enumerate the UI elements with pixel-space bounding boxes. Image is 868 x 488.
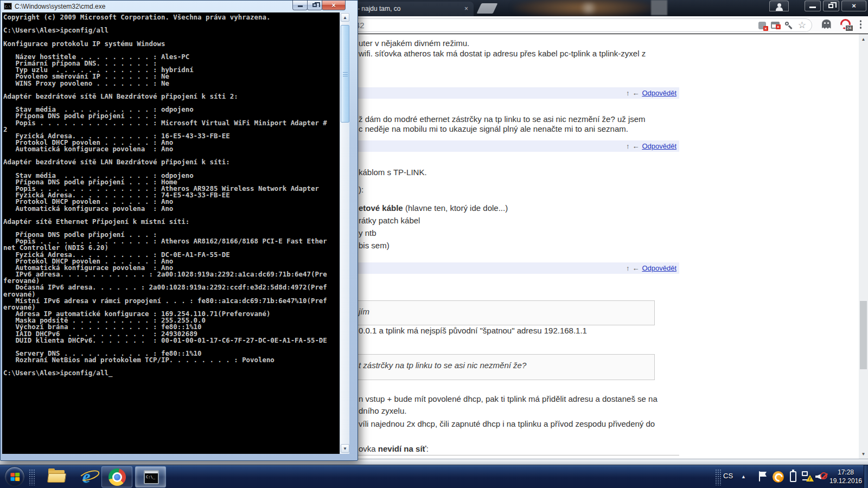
chrome-theme-decoration [578, 2, 599, 14]
tab-title: - najdu tam, co [358, 5, 400, 12]
cmd-taskbar-button[interactable]: C:\_ [135, 466, 166, 487]
chrome-window: - najdu tam, co × × 42 × × ☆ [350, 0, 868, 459]
cmd-icon: C:\_ [144, 470, 159, 484]
chrome-theme-decoration [651, 0, 667, 15]
reply-link[interactable]: Odpovědět [642, 264, 676, 272]
forum-text: rátky patch kábel [359, 216, 420, 225]
back-arrow-icon[interactable]: ← [632, 142, 639, 150]
forum-text: dního zyxelu. [359, 406, 406, 415]
scroll-down-icon[interactable]: ▼ [341, 444, 349, 453]
orange-app-tray-icon[interactable] [773, 471, 784, 483]
chrome-tabstrip: - najdu tam, co × × [350, 0, 868, 16]
network-warning-icon[interactable] [801, 471, 813, 483]
cmd-titlebar[interactable]: C:\ C:\Windows\system32\cmd.exe × [1, 1, 358, 12]
close-button[interactable]: × [841, 1, 866, 11]
forum-text: káblom s TP-LINK. [359, 168, 427, 177]
chrome-toolbar: 42 × × ☆ 24 [350, 16, 868, 34]
forum-text: y ntb [359, 228, 376, 237]
console-output[interactable]: Copyright (c) 2009 Microsoft Corporation… [2, 12, 340, 454]
chrome-menu-icon[interactable] [860, 20, 862, 29]
quote-text: jím [350, 301, 654, 322]
cmd-scrollbar[interactable]: ▲ ▼ [340, 12, 349, 454]
taskbar-clock[interactable]: 17:28 19.12.2016 [829, 468, 863, 485]
forum-text: wifi. síťovka atheros tak má dostat ip a… [359, 49, 646, 58]
scrollbar-thumb[interactable] [341, 25, 349, 123]
forum-text: bis sem) [359, 241, 390, 250]
browser-scrollbar[interactable]: ▲ ▼ [859, 34, 868, 459]
address-bar[interactable]: 42 × × ☆ [350, 18, 812, 32]
tab-close-icon[interactable]: × [463, 5, 470, 12]
console-text: Copyright (c) 2009 Microsoft Corporation… [2, 12, 340, 377]
ghostery-extension-icon[interactable] [822, 20, 831, 29]
forum-text: n vstup + bude mít povolené dhcp, pak ti… [359, 394, 658, 403]
profile-avatar-button[interactable] [769, 1, 789, 11]
volume-muted-icon[interactable] [815, 471, 827, 482]
forum-text: 0.0.1 a tplink má nejspíš původní "špatn… [359, 326, 587, 335]
show-desktop-button[interactable] [864, 465, 868, 488]
tab-forum-thread[interactable]: - najdu tam, co × [350, 2, 474, 16]
hidden-icons-chevron[interactable]: ▲ [741, 474, 746, 479]
forum-page-content: uter v nějakém divném režimu. wifi. síťo… [350, 34, 859, 459]
cmd-app-icon: C:\ [4, 3, 12, 10]
clock-time: 17:28 [829, 468, 863, 477]
battery-icon[interactable] [790, 471, 796, 482]
reply-link[interactable]: Odpovědět [642, 142, 676, 150]
bookmark-star-icon[interactable]: ☆ [798, 21, 806, 30]
close-button[interactable]: × [322, 1, 346, 10]
chrome-taskbar-button[interactable] [101, 466, 132, 487]
back-arrow-icon[interactable]: ← [632, 89, 639, 97]
back-arrow-icon[interactable]: ← [632, 264, 639, 272]
scrollbar-thumb[interactable] [860, 301, 867, 369]
collapse-arrow-icon[interactable]: ↑ [626, 142, 630, 150]
extension-badge-count: 24 [845, 25, 853, 31]
taskbar: e C:\_ CS ▲ 17:28 19.12.2016 [0, 465, 868, 488]
blocked-popup-icon[interactable]: × [771, 22, 780, 29]
forum-text: ovka nevidí na síť: [359, 444, 429, 453]
new-tab-button[interactable] [477, 3, 498, 14]
minimize-button[interactable] [805, 1, 821, 11]
forum-text: c neděje na mobilu mi to ukazuje signál … [359, 124, 628, 133]
maximize-button[interactable] [823, 1, 839, 11]
explorer-taskbar-icon[interactable] [48, 468, 66, 484]
language-indicator[interactable]: CS [723, 472, 733, 480]
desktop: - najdu tam, co × × 42 × × ☆ [0, 0, 868, 488]
tray-grip [715, 469, 722, 485]
forum-text: uter v nějakém divném režimu. [359, 38, 469, 48]
cmd-window: C:\ C:\Windows\system32\cmd.exe × Copyri… [0, 0, 358, 461]
collapse-arrow-icon[interactable]: ↑ [626, 264, 630, 272]
post-footer-bar: ↑←Odpovědět [350, 87, 679, 99]
quote-box-edge [350, 455, 679, 455]
minimize-button[interactable] [292, 1, 308, 10]
chrome-icon [108, 468, 126, 486]
clock-date: 19.12.2016 [829, 477, 863, 485]
scroll-up-icon[interactable]: ▲ [859, 35, 868, 43]
blocked-plugin-icon[interactable]: × [758, 22, 766, 29]
quote-box: jím [350, 300, 655, 325]
quote-text: t zástrčky na tp linku to se asi nic nez… [350, 355, 654, 376]
windows-logo-icon [11, 473, 20, 481]
taskbar-grip [29, 469, 35, 485]
cmd-window-title: C:\Windows\system32\cmd.exe [15, 3, 105, 10]
post-footer-bar: ↑←Odpovědět [350, 262, 679, 274]
start-button[interactable] [4, 466, 25, 487]
post-footer-bar: ↑←Odpovědět [350, 140, 679, 152]
reply-link[interactable]: Odpovědět [642, 89, 676, 97]
red-ring-extension-icon[interactable]: 24 [840, 19, 851, 29]
collapse-arrow-icon[interactable]: ↑ [626, 89, 630, 97]
scrollbar-grip [343, 72, 348, 76]
action-center-flag-icon[interactable] [759, 471, 768, 481]
internet-explorer-taskbar-icon[interactable]: e [80, 467, 99, 485]
forum-text: víli najednou 2x dhcp, čili zapnuté dhcp… [359, 419, 655, 428]
avatar-icon [777, 3, 781, 7]
forum-text: etové káble (hlavne ten, ktorý ide dole.… [359, 203, 508, 213]
forum-text: ): [359, 185, 363, 194]
forum-text: ž dám do modré ethernet zástrčky na tp l… [359, 114, 646, 124]
quote-box: t zástrčky na tp linku to se asi nic nez… [350, 354, 655, 380]
scroll-down-icon[interactable]: ▼ [859, 450, 868, 458]
password-key-icon[interactable] [784, 21, 793, 30]
restore-button[interactable] [307, 1, 322, 10]
scroll-up-icon[interactable]: ▲ [341, 13, 349, 22]
